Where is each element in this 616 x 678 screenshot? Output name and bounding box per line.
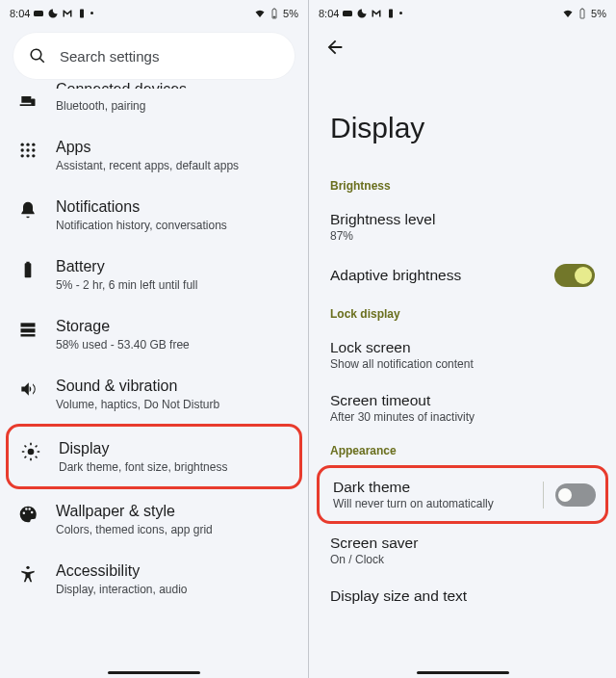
svg-rect-0 [34, 11, 43, 16]
settings-item-battery[interactable]: Battery 5% - 2 hr, 6 min left until full [0, 245, 308, 304]
divider [543, 482, 544, 508]
row-sub: Display, interaction, audio [56, 583, 291, 596]
apps-grid-icon [17, 140, 38, 161]
status-battery-pct: 5% [591, 8, 606, 19]
row-title: Brightness level [330, 211, 595, 228]
svg-rect-17 [389, 9, 393, 17]
setting-brightness-level[interactable]: Brightness level 87% [309, 200, 616, 253]
svg-point-8 [21, 154, 24, 157]
row-title: Storage [56, 317, 291, 336]
wifi-icon [562, 8, 574, 19]
settings-item-apps[interactable]: Apps Assistant, recent apps, default app… [0, 125, 308, 185]
row-sub: Colors, themed icons, app grid [56, 523, 291, 536]
status-time: 8:04 [10, 8, 30, 19]
settings-item-display[interactable]: Display Dark theme, font size, brightnes… [9, 427, 299, 486]
svg-rect-16 [343, 11, 352, 16]
battery-icon [269, 8, 280, 19]
svg-point-9 [26, 154, 29, 157]
svg-point-3 [26, 143, 29, 146]
youtube-icon [33, 8, 44, 19]
highlight-display: Display Dark theme, font size, brightnes… [6, 424, 302, 489]
adaptive-brightness-toggle[interactable] [554, 264, 595, 287]
search-placeholder: Search settings [60, 48, 159, 65]
section-brightness: Brightness [309, 170, 616, 200]
row-sub: Dark theme, font size, brightness [59, 460, 288, 474]
row-title: Sound & vibration [56, 377, 291, 396]
gmail-m-icon [371, 8, 382, 19]
phone-icon [385, 8, 397, 19]
moon-icon [356, 8, 368, 19]
settings-list-screen: 8:04 5% Search settings Connected device… [0, 0, 308, 678]
row-sub: Volume, haptics, Do Not Disturb [56, 398, 291, 411]
settings-item-notifications[interactable]: Notifications Notification history, conv… [0, 185, 308, 245]
row-title: Display size and text [330, 587, 595, 605]
storage-icon [17, 319, 38, 340]
setting-screen-timeout[interactable]: Screen timeout After 30 minutes of inact… [309, 381, 616, 434]
svg-rect-13 [21, 334, 36, 337]
svg-rect-11 [21, 323, 36, 326]
search-icon [29, 47, 46, 65]
row-sub: 58% used - 53.40 GB free [56, 338, 291, 352]
gesture-bar[interactable] [417, 671, 509, 674]
settings-item-sound[interactable]: Sound & vibration Volume, haptics, Do No… [0, 364, 308, 424]
gesture-bar[interactable] [108, 671, 200, 674]
row-title: Screen saver [330, 535, 595, 552]
status-bar: 8:04 5% [309, 0, 616, 23]
row-sub: Notification history, conversations [56, 219, 291, 232]
gmail-m-icon [62, 8, 73, 19]
row-title: Adaptive brightness [330, 267, 543, 284]
setting-lock-screen[interactable]: Lock screen Show all notification conten… [309, 328, 616, 381]
svg-point-10 [32, 154, 35, 157]
devices-icon [17, 91, 38, 112]
row-title: Wallpaper & style [56, 502, 291, 521]
svg-point-15 [26, 566, 29, 569]
setting-dark-theme[interactable]: Dark theme Will never turn on automatica… [320, 468, 605, 521]
svg-point-5 [21, 148, 24, 151]
row-title: Dark theme [333, 479, 531, 496]
row-title: Notifications [56, 197, 291, 217]
row-title: Battery [56, 257, 291, 276]
row-sub: Assistant, recent apps, default apps [56, 159, 291, 172]
row-title: Connected devices [56, 80, 291, 89]
display-settings-screen: 8:04 5% Display Brightness Brightness le… [308, 0, 616, 678]
status-time: 8:04 [319, 8, 339, 19]
svg-point-4 [32, 143, 35, 146]
dark-theme-toggle[interactable] [555, 483, 596, 507]
settings-item-connected-devices[interactable]: Connected devices Bluetooth, pairing [0, 89, 308, 125]
row-sub: 87% [330, 229, 595, 243]
back-button[interactable] [322, 35, 347, 60]
settings-item-accessibility[interactable]: Accessibility Display, interaction, audi… [0, 549, 308, 609]
svg-point-6 [26, 148, 29, 151]
row-title: Lock screen [330, 339, 595, 356]
status-battery-pct: 5% [283, 8, 298, 19]
status-dot [90, 12, 93, 14]
row-title: Apps [56, 138, 291, 157]
row-title: Display [59, 439, 288, 458]
battery-icon [577, 8, 588, 19]
brightness-icon [20, 441, 41, 462]
setting-adaptive-brightness[interactable]: Adaptive brightness [309, 253, 616, 298]
row-sub: On / Clock [330, 553, 595, 566]
svg-point-7 [32, 148, 35, 151]
battery-full-icon [17, 259, 38, 280]
palette-icon [17, 504, 38, 525]
highlight-dark-theme: Dark theme Will never turn on automatica… [317, 465, 608, 524]
settings-item-storage[interactable]: Storage 58% used - 53.40 GB free [0, 304, 308, 364]
row-title: Screen timeout [330, 392, 595, 409]
bell-icon [17, 199, 38, 221]
youtube-icon [342, 8, 353, 19]
row-sub: Show all notification content [330, 357, 595, 371]
svg-point-14 [28, 449, 35, 456]
row-sub: Will never turn on automatically [333, 497, 531, 510]
setting-display-size-text[interactable]: Display size and text [309, 577, 616, 615]
settings-item-wallpaper[interactable]: Wallpaper & style Colors, themed icons, … [0, 489, 308, 549]
setting-screen-saver[interactable]: Screen saver On / Clock [309, 524, 616, 577]
status-dot [399, 12, 402, 14]
section-lock-display: Lock display [309, 298, 616, 328]
row-sub: 5% - 2 hr, 6 min left until full [56, 278, 291, 292]
status-bar: 8:04 5% [0, 0, 308, 23]
section-appearance: Appearance [309, 434, 616, 465]
phone-icon [76, 8, 88, 19]
search-settings[interactable]: Search settings [13, 33, 295, 79]
wifi-icon [254, 8, 266, 19]
